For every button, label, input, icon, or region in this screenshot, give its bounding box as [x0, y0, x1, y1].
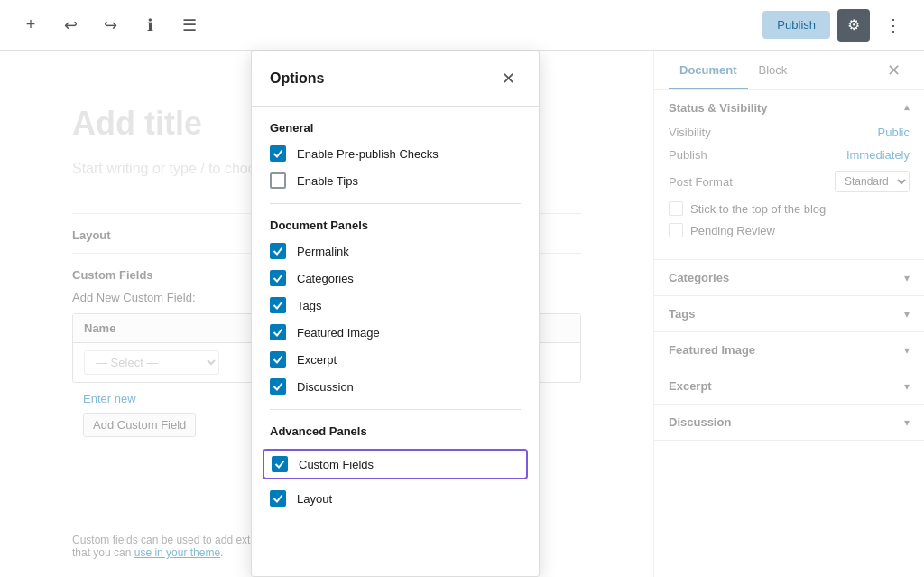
option-permalink: Permalink	[270, 243, 521, 259]
undo-icon: ↩	[64, 15, 78, 35]
option-discussion: Discussion	[270, 378, 521, 395]
settings-icon: ⚙	[847, 16, 860, 33]
settings-button[interactable]: ⚙	[837, 9, 870, 42]
excerpt-label: Excerpt	[297, 353, 337, 367]
add-block-button[interactable]: +	[14, 9, 47, 42]
advanced-panels-section-title: Advanced Panels	[270, 424, 521, 438]
more-icon: ⋮	[885, 15, 901, 35]
permalink-checkbox[interactable]	[270, 243, 286, 259]
list-icon: ☰	[182, 15, 197, 35]
options-modal: Options ✕ General Enable Pre-publish Che…	[251, 51, 540, 577]
info-button[interactable]: ℹ	[134, 9, 166, 42]
categories-label: Categories	[297, 272, 354, 285]
layout-checkbox[interactable]	[270, 490, 286, 507]
option-tags: Tags	[270, 297, 521, 313]
redo-icon: ↪	[104, 15, 117, 35]
modal-header: Options ✕	[252, 51, 539, 107]
tags-checkbox[interactable]	[270, 297, 286, 313]
divider-2	[270, 409, 521, 410]
more-options-button[interactable]: ⋮	[877, 9, 910, 42]
option-layout: Layout	[270, 490, 521, 507]
info-icon: ℹ	[147, 15, 153, 35]
option-custom-fields: Custom Fields	[263, 449, 528, 479]
option-categories: Categories	[270, 270, 521, 286]
layout-label: Layout	[297, 492, 332, 506]
document-panels-section-title: Document Panels	[270, 219, 521, 232]
add-icon: +	[26, 15, 36, 34]
featured-image-label: Featured Image	[297, 326, 380, 340]
permalink-label: Permalink	[297, 245, 349, 258]
custom-fields-checkbox[interactable]	[272, 456, 288, 472]
option-featured-image: Featured Image	[270, 324, 521, 340]
tips-label: Enable Tips	[297, 174, 358, 188]
categories-checkbox[interactable]	[270, 270, 286, 286]
pre-publish-checkbox[interactable]	[270, 145, 286, 162]
excerpt-checkbox[interactable]	[270, 351, 286, 368]
undo-button[interactable]: ↩	[54, 9, 87, 42]
redo-button[interactable]: ↪	[94, 9, 126, 42]
option-excerpt: Excerpt	[270, 351, 521, 368]
pre-publish-label: Enable Pre-publish Checks	[297, 147, 439, 161]
featured-image-checkbox[interactable]	[270, 324, 286, 340]
modal-body: General Enable Pre-publish Checks Enable…	[252, 107, 539, 576]
modal-close-button[interactable]: ✕	[495, 66, 521, 91]
publish-button[interactable]: Publish	[762, 11, 830, 39]
tags-label: Tags	[297, 299, 321, 312]
option-tips: Enable Tips	[270, 172, 521, 189]
discussion-checkbox[interactable]	[270, 378, 286, 395]
toolbar: + ↩ ↪ ℹ ☰ Publish ⚙ ⋮	[0, 0, 924, 51]
custom-fields-label: Custom Fields	[299, 458, 374, 471]
tips-checkbox[interactable]	[270, 172, 286, 189]
list-view-button[interactable]: ☰	[173, 9, 206, 42]
general-section-title: General	[270, 121, 521, 135]
divider-1	[270, 203, 521, 204]
discussion-label: Discussion	[297, 380, 354, 394]
option-pre-publish: Enable Pre-publish Checks	[270, 145, 521, 162]
modal-title: Options	[270, 70, 324, 87]
